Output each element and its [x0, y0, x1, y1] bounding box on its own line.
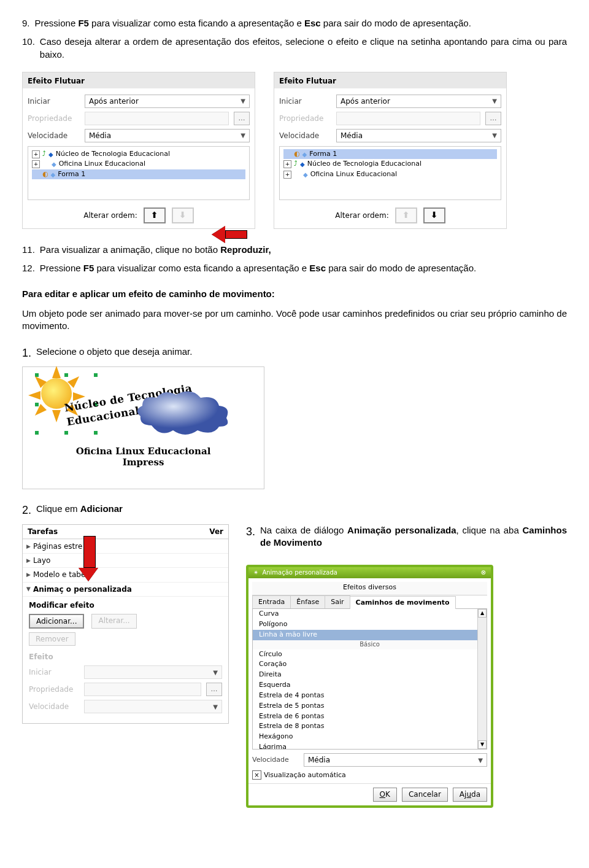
step-text: Pressione F5 para visualizar como esta f…	[35, 17, 567, 29]
cancel-button[interactable]: Cancelar	[402, 788, 448, 801]
scroll-up-icon[interactable]: ▲	[478, 609, 487, 618]
velocidade-select[interactable]: Média▼	[336, 129, 501, 142]
window-icon: ✴	[253, 568, 258, 577]
step-12: 12. Pressione F5 para visualizar como es…	[22, 262, 567, 274]
list-item[interactable]: Estrela de 8 pontas	[253, 721, 487, 732]
dialog-titlebar[interactable]: ✴ Animação personalizada ⊗	[248, 567, 491, 578]
scroll-down-icon[interactable]: ▼	[478, 740, 487, 749]
order-down-button: ⬇	[172, 207, 194, 223]
step-2: 2. Clique em Adicionar	[22, 503, 567, 517]
list-item[interactable]: Lágrima	[253, 742, 487, 750]
alterar-ordem-label: Alterar ordem:	[83, 211, 137, 220]
list-divider: Básico	[253, 640, 487, 649]
velocidade-label: Velocidade	[28, 131, 80, 141]
step-9: 9. Pressione F5 para visualizar como est…	[22, 17, 567, 29]
step-3: 3. Na caixa de diálogo Animação personal…	[246, 524, 567, 549]
order-down-button[interactable]: ⬇	[423, 207, 445, 223]
tasks-panel: Tarefas Ver ▶Páginas estre ▶Layo ▶Modelo…	[22, 524, 229, 724]
tasks-title: Tarefas	[28, 527, 58, 537]
section-paragraph: Um objeto pode ser animado para mover-se…	[22, 308, 567, 333]
red-arrow-down-icon	[83, 536, 96, 581]
expand-icon[interactable]: +	[32, 160, 40, 168]
list-item[interactable]: Polígono	[253, 619, 487, 630]
list-item[interactable]: Estrela de 6 pontas	[253, 711, 487, 722]
red-arrow-left-icon	[212, 226, 247, 243]
efeito-label: Efeito	[29, 652, 222, 662]
iniciar-select[interactable]: Após anterior▼	[336, 95, 501, 108]
iniciar-label: Iniciar	[28, 96, 80, 106]
step-11: 11. Para visualizar a animação, clique n…	[22, 244, 567, 256]
tasks-ver[interactable]: Ver	[209, 527, 223, 537]
tasks-item-animation[interactable]: ▶Animaç o personalizada	[23, 582, 228, 596]
list-item[interactable]: Esquerda	[253, 680, 487, 691]
alterar-button: Alterar...	[91, 614, 136, 629]
panels-row: Efeito Flutuar Iniciar Após anterior ▼ P…	[22, 72, 567, 229]
auto-preview-checkbox[interactable]: ×	[252, 770, 261, 780]
selection-handle[interactable]	[64, 431, 68, 435]
selection-handle[interactable]	[94, 431, 98, 435]
effects-tree[interactable]: + ⤴ ◆ Núcleo de Tecnologia Educacional +…	[28, 146, 250, 200]
chevron-down-icon: ▼	[241, 97, 245, 106]
ok-button[interactable]: OK	[373, 788, 397, 801]
selection-handle[interactable]	[94, 373, 98, 377]
step-number: 9.	[22, 17, 30, 29]
step-10: 10. Caso deseja alterar a ordem de apres…	[22, 36, 567, 61]
panel-title: Efeito Flutuar	[274, 72, 506, 88]
selection-handle[interactable]	[64, 373, 68, 377]
adicionar-button[interactable]: Adicionar...	[29, 614, 84, 629]
dialog-section-title: Efeitos diversos	[252, 582, 487, 595]
velocidade-select[interactable]: Média ▼	[85, 129, 250, 142]
step-1: 1. Selecione o objeto que deseja animar.	[22, 346, 567, 360]
propriedade-more: …	[234, 112, 250, 125]
dialog-tabs: Entrada Ênfase Sair Caminhos de moviment…	[252, 595, 487, 610]
close-icon[interactable]: ⊗	[481, 568, 486, 577]
list-item[interactable]: Estrela de 5 pontas	[253, 701, 487, 711]
step-number: 10.	[22, 36, 35, 61]
list-item[interactable]: Curva	[253, 609, 487, 619]
order-up-button[interactable]: ⬆	[144, 207, 166, 223]
scrollbar[interactable]: ▲ ▼	[477, 609, 487, 749]
effect-panel-left: Efeito Flutuar Iniciar Após anterior ▼ P…	[22, 72, 255, 229]
tab-caminhos[interactable]: Caminhos de movimento	[350, 596, 456, 610]
list-item[interactable]: Estrela de 4 pontas	[253, 691, 487, 701]
slide-preview: Núcleo de Tecnologia Educacional Oficina…	[22, 366, 264, 489]
tab-entrada[interactable]: Entrada	[252, 595, 291, 609]
chevron-down-icon: ▼	[241, 131, 245, 140]
list-item[interactable]: Direita	[253, 670, 487, 680]
panel-title: Efeito Flutuar	[23, 72, 255, 88]
list-item[interactable]: Hexágono	[253, 732, 487, 742]
step-text: Caso deseja alterar a ordem de apresenta…	[40, 36, 567, 61]
tasks-item[interactable]: ▶Layo	[23, 553, 228, 567]
chevron-down-icon: ▼	[478, 756, 483, 765]
chevron-down-icon: ▼	[492, 97, 497, 106]
effects-tree[interactable]: ◐ ◆ Forma 1 + ⤴ ◆ Núcleo de Tecnologia E…	[279, 146, 501, 200]
section-heading: Para editar e aplicar um efeito de camin…	[22, 288, 567, 300]
list-item[interactable]: Círculo	[253, 649, 487, 660]
cloud-shape	[133, 389, 237, 438]
dlg-velocidade-select[interactable]: Média▼	[304, 753, 487, 767]
help-button[interactable]: Ajuda	[453, 788, 487, 801]
tab-enfase[interactable]: Ênfase	[290, 595, 325, 609]
animation-dialog: ✴ Animação personalizada ⊗ Efeitos diver…	[246, 565, 493, 807]
tab-sair[interactable]: Sair	[325, 595, 350, 609]
modificar-efeito-title: Modificar efeito	[29, 600, 222, 610]
list-item-selected[interactable]: Linha à mão livre	[253, 630, 487, 640]
list-item[interactable]: Coração	[253, 659, 487, 670]
propriedade-select	[85, 112, 229, 125]
effects-list[interactable]: Curva Polígono Linha à mão livre Básico …	[252, 609, 487, 750]
selection-handle[interactable]	[35, 431, 39, 435]
chevron-down-icon: ▼	[492, 131, 497, 140]
effect-panel-right: Efeito Flutuar Iniciar Após anterior▼ Pr…	[274, 72, 507, 229]
remover-button: Remover	[29, 632, 75, 646]
slide-caption: Oficina Linux Educacional Impress	[23, 446, 264, 468]
tasks-item[interactable]: ▶Páginas estre	[23, 539, 228, 553]
tasks-item[interactable]: ▶Modelo e tabela	[23, 567, 228, 581]
order-up-button: ⬆	[395, 207, 417, 223]
propriedade-label: Propriedade	[28, 114, 80, 123]
expand-icon[interactable]: +	[32, 150, 40, 158]
iniciar-select[interactable]: Após anterior ▼	[85, 95, 250, 108]
